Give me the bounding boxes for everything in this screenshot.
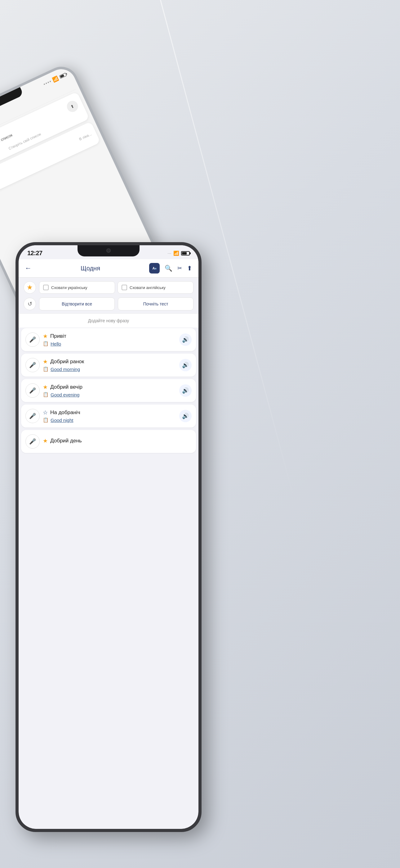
mic-button-1[interactable]: 🎤 [26, 333, 40, 347]
copy-icon-4[interactable]: 📋 [43, 417, 49, 423]
star-filter-button[interactable]: ★ [24, 281, 36, 294]
phrase-content-4: ☆ На добраніч 📋 Good night [43, 409, 176, 423]
phrase-star-1[interactable]: ★ [43, 333, 48, 340]
wifi-icon: 📶 [173, 251, 179, 256]
phrase-header-4: ☆ На добраніч [43, 409, 176, 416]
mic-button-5[interactable]: 🎤 [26, 434, 40, 448]
sound-button-1[interactable]: 🔊 [179, 333, 192, 346]
start-test-button[interactable]: Почніть тест [118, 298, 194, 310]
phrase-header-2: ★ Добрий ранок [43, 358, 176, 365]
phrase-ua-1: Привіт [50, 333, 66, 339]
search-icon[interactable]: 🔍 [165, 265, 172, 272]
sound-icon-4: 🔊 [182, 412, 189, 420]
back-share-btn[interactable]: ⬆ [65, 99, 80, 114]
translate-button[interactable]: A я [149, 263, 160, 274]
sound-button-2[interactable]: 🔊 [179, 359, 192, 371]
phrase-item-1: 🎤 ★ Привіт 📋 Hello 🔊 [21, 328, 196, 351]
phrase-ua-2: Добрий ранок [50, 359, 84, 365]
phrase-item-3: 🎤 ★ Добрий вечір 📋 Good evening 🔊 [21, 379, 196, 402]
mic-button-3[interactable]: 🎤 [26, 383, 40, 398]
phrase-content-3: ★ Добрий вечір 📋 Good evening [43, 384, 176, 397]
sound-icon-3: 🔊 [182, 387, 189, 394]
phrase-en-1: Hello [51, 341, 61, 346]
phrase-en-row-1: 📋 Hello [43, 341, 176, 346]
microphone-icon-1: 🎤 [29, 336, 36, 343]
add-phrase-row[interactable]: Додайте нову фразу [19, 314, 198, 328]
checkbox-en-box[interactable] [122, 285, 127, 290]
phrase-star-5[interactable]: ★ [43, 437, 48, 444]
microphone-icon-2: 🎤 [29, 362, 36, 369]
nav-icons: A я 🔍 ✂ ⬆ [149, 263, 192, 274]
phrase-header-1: ★ Привіт [43, 333, 176, 340]
phrase-star-2[interactable]: ★ [43, 358, 48, 365]
phrase-star-4[interactable]: ☆ [43, 409, 48, 416]
sound-button-3[interactable]: 🔊 [179, 384, 192, 397]
phrase-ua-3: Добрий вечір [50, 384, 82, 390]
scissors-icon[interactable]: ✂ [177, 265, 182, 272]
phrase-list: 🎤 ★ Привіт 📋 Hello 🔊 [19, 328, 198, 453]
phrase-en-3: Good evening [51, 392, 79, 397]
controls-row-2: ↺ Відтворити все Почніть тест [19, 298, 198, 314]
microphone-icon-5: 🎤 [29, 438, 36, 445]
phrase-content-1: ★ Привіт 📋 Hello [43, 333, 176, 346]
sound-button-4[interactable]: 🔊 [179, 410, 192, 422]
status-icons: ··· 📶 [168, 251, 190, 256]
hide-english-label: Сховати англійську [130, 285, 166, 290]
mic-button-4[interactable]: 🎤 [26, 409, 40, 423]
notch-camera [106, 248, 111, 253]
share-icon[interactable]: ⬆ [187, 265, 192, 272]
signal-dots-icon: ··· [168, 251, 171, 255]
checkbox-ua-box[interactable] [43, 285, 49, 290]
add-phrase-label: Додайте нову фразу [88, 318, 129, 323]
sound-icon-1: 🔊 [182, 336, 189, 343]
phrase-header-5: ★ Добрий день [43, 437, 192, 444]
hide-ukrainian-label: Сховати українську [51, 285, 88, 290]
phrase-star-3[interactable]: ★ [43, 384, 48, 391]
battery-fill [182, 252, 187, 254]
phrase-content-5: ★ Добрий день [43, 437, 192, 445]
play-all-button[interactable]: Відтворити все [39, 298, 115, 310]
phrase-item-2: 🎤 ★ Добрий ранок 📋 Good morning 🔊 [21, 353, 196, 377]
phrase-ua-5: Добрий день [50, 438, 82, 444]
nav-title: Щодня [80, 265, 100, 272]
back-location-label: В лікa... [78, 132, 92, 142]
hide-ukrainian-checkbox[interactable]: Сховати українську [39, 281, 115, 294]
controls-row-1: ★ Сховати українську Сховати англійську [19, 278, 198, 298]
phrase-en-row-3: 📋 Good evening [43, 392, 176, 397]
phrase-en-2: Good morning [51, 367, 80, 372]
mic-button-2[interactable]: 🎤 [26, 358, 40, 372]
copy-icon-1[interactable]: 📋 [43, 341, 49, 346]
nav-bar: ← Щодня A я 🔍 ✂ ⬆ [19, 259, 198, 278]
phrase-en-row-2: 📋 Good morning [43, 366, 176, 372]
phrase-en-row-4: 📋 Good night [43, 417, 176, 423]
refresh-button[interactable]: ↺ [24, 298, 36, 310]
battery-icon [181, 251, 190, 255]
copy-icon-3[interactable]: 📋 [43, 392, 49, 397]
phrase-en-4: Good night [51, 417, 73, 423]
back-button[interactable]: ← [25, 264, 32, 272]
phone-front: 12:27 ··· 📶 ← Щодня A я 🔍 ✂ [15, 242, 202, 832]
microphone-icon-3: 🎤 [29, 387, 36, 394]
phone-notch [77, 245, 139, 256]
phrase-header-3: ★ Добрий вечір [43, 384, 176, 391]
phrase-content-2: ★ Добрий ранок 📋 Good morning [43, 358, 176, 372]
refresh-icon: ↺ [28, 301, 32, 307]
status-time: 12:27 [27, 250, 42, 257]
phrase-item-5: 🎤 ★ Добрий день [21, 430, 196, 453]
microphone-icon-4: 🎤 [29, 412, 36, 420]
checkbox-row: Сховати українську Сховати англійську [39, 281, 194, 294]
hide-english-checkbox[interactable]: Сховати англійську [118, 281, 194, 294]
star-filter-icon: ★ [27, 283, 33, 291]
phrase-item-4: 🎤 ☆ На добраніч 📋 Good night 🔊 [21, 404, 196, 428]
phrase-ua-4: На добраніч [50, 409, 80, 416]
copy-icon-2[interactable]: 📋 [43, 366, 49, 372]
sound-icon-2: 🔊 [182, 362, 189, 369]
